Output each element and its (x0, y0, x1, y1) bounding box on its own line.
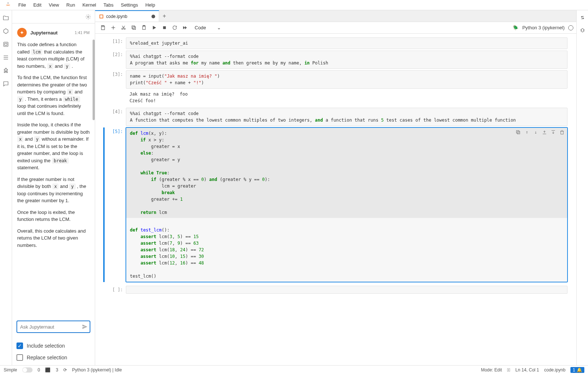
svg-point-35 (583, 18, 584, 19)
svg-point-0 (8, 2, 9, 3)
extension-icon[interactable] (3, 67, 9, 74)
replace-selection-checkbox[interactable]: Replace selection (16, 354, 90, 361)
sync-icon[interactable]: ⟳ (63, 367, 67, 373)
statusbar: Simple 0 ⬛ 3 ⟳ Python 3 (ipykernel) | Id… (0, 365, 588, 374)
status-mode: Mode: Edit (481, 367, 502, 373)
run-button[interactable] (149, 23, 159, 33)
status-file: code.ipynb (544, 367, 565, 373)
activity-bar (0, 10, 12, 365)
bug-icon[interactable]: 🪲 (513, 25, 518, 30)
svg-rect-25 (517, 132, 520, 134)
toc-icon[interactable] (3, 54, 9, 61)
menubar: File Edit View Run Kernel Tabs Settings … (0, 0, 588, 10)
folder-icon[interactable] (3, 15, 9, 21)
cell-prompt: [2]: (104, 51, 126, 69)
add-cell-button[interactable] (108, 23, 118, 33)
tab-label: code.ipynb (106, 14, 127, 19)
svg-marker-23 (183, 26, 185, 29)
insert-below-icon[interactable] (550, 129, 557, 136)
cell-4[interactable]: [4]: %%ai chatgpt --format code A functi… (104, 108, 568, 126)
property-inspector-icon[interactable] (580, 15, 585, 21)
menu-file[interactable]: File (15, 1, 30, 9)
bot-avatar-icon: ✦ (17, 28, 27, 37)
notebook-toolbar: Code ⌄ 🪲 Python 3 (ipykernel) (95, 22, 576, 34)
cell-5[interactable]: [5]: ↑ ↓ def lcm(x, y): if x > y: greate… (104, 127, 568, 282)
cut-button[interactable] (119, 23, 128, 33)
kernel-status-icon[interactable] (568, 25, 573, 30)
cell-2[interactable]: [2]: %%ai chatgpt --format code A progra… (104, 51, 568, 69)
copy-button[interactable] (129, 23, 138, 33)
jupyter-logo (4, 1, 12, 9)
svg-line-40 (584, 30, 584, 30)
chat-input-field[interactable] (20, 324, 82, 330)
notification-badge[interactable]: 1 🔔 (570, 367, 584, 373)
svg-rect-2 (4, 42, 8, 47)
svg-marker-1 (4, 29, 8, 34)
status-simple[interactable]: Simple (4, 367, 17, 373)
cell-input[interactable] (126, 286, 568, 294)
menu-tabs[interactable]: Tabs (100, 1, 117, 9)
chat-icon[interactable] (3, 81, 9, 87)
cell-input[interactable]: def lcm(x, y): if x > y: greater = x els… (126, 127, 568, 282)
restart-button[interactable] (170, 23, 179, 33)
svg-rect-26 (516, 130, 519, 133)
send-icon[interactable] (82, 323, 88, 330)
menu-settings[interactable]: Settings (117, 1, 142, 9)
move-down-icon[interactable]: ↓ (532, 129, 539, 136)
status-kernel[interactable]: Python 3 (ipykernel) | Idle (72, 367, 122, 373)
svg-rect-3 (5, 43, 7, 45)
svg-rect-9 (100, 15, 103, 18)
cell-prompt: [1]: (104, 37, 126, 49)
svg-rect-31 (561, 131, 563, 134)
stop-button[interactable] (160, 23, 169, 33)
simple-toggle[interactable] (22, 367, 33, 373)
cell-output: Jak masz na imię? foo Cześć foo! (126, 89, 568, 106)
checkbox-checked-icon: ✓ (16, 342, 23, 349)
tabbar: code.ipynb + (95, 10, 576, 22)
cell-type-select[interactable]: Code ⌄ (192, 24, 223, 31)
chevron-down-icon: ⌄ (217, 25, 221, 30)
kernel-name[interactable]: Python 3 (ipykernel) (522, 25, 565, 30)
delete-icon[interactable] (559, 129, 565, 136)
cell-input[interactable]: %reload_ext jupyter_ai (126, 37, 568, 49)
hexagon-icon[interactable] (3, 28, 9, 34)
debugger-icon[interactable] (580, 27, 585, 33)
checkbox-unchecked-icon (16, 354, 23, 361)
menu-run[interactable]: Run (63, 1, 79, 9)
cell-prompt: [5]: (104, 127, 126, 282)
move-up-icon[interactable]: ↑ (524, 129, 530, 136)
new-tab-button[interactable]: + (159, 10, 169, 22)
restart-run-all-button[interactable] (180, 23, 190, 33)
trusted-icon[interactable]: ✓⃝ (507, 367, 510, 373)
chat-panel: ✦ Jupyternaut 1:41 PM This code defines … (12, 10, 95, 365)
svg-line-41 (580, 31, 581, 31)
cell-input[interactable]: name = input("Jak masz na imię? ") print… (126, 70, 568, 89)
svg-line-42 (584, 31, 584, 31)
paste-button[interactable] (139, 23, 149, 33)
duplicate-icon[interactable] (515, 129, 521, 136)
notebook-cells[interactable]: [1]: %reload_ext jupyter_ai [2]: %%ai ch… (95, 34, 576, 365)
scrollbar-thumb[interactable] (93, 40, 95, 120)
cell-3[interactable]: [3]: name = input("Jak masz na imię? ") … (104, 70, 568, 106)
svg-marker-21 (153, 26, 156, 30)
cell-6[interactable]: [ ]: (104, 286, 568, 294)
terminal-icon[interactable]: ⬛ (45, 367, 50, 373)
chat-input[interactable] (16, 321, 90, 333)
include-selection-checkbox[interactable]: ✓ Include selection (16, 342, 90, 349)
insert-above-icon[interactable] (541, 129, 548, 136)
cell-1[interactable]: [1]: %reload_ext jupyter_ai (104, 37, 568, 49)
menu-edit[interactable]: Edit (30, 1, 45, 9)
tab-code-ipynb[interactable]: code.ipynb (95, 10, 159, 22)
gear-icon[interactable] (85, 14, 91, 20)
cell-input[interactable]: %%ai chatgpt --format code A program tha… (126, 51, 568, 69)
cell-input[interactable]: %%ai chatgpt --format code A function th… (126, 108, 568, 126)
cell-toolbar: ↑ ↓ (515, 129, 565, 136)
menu-help[interactable]: Help (142, 1, 159, 9)
right-rail (576, 10, 588, 365)
svg-point-34 (581, 16, 582, 18)
running-icon[interactable] (3, 41, 9, 48)
menu-view[interactable]: View (45, 1, 63, 9)
save-button[interactable] (98, 23, 108, 33)
svg-rect-22 (163, 26, 166, 29)
menu-kernel[interactable]: Kernel (79, 1, 100, 9)
